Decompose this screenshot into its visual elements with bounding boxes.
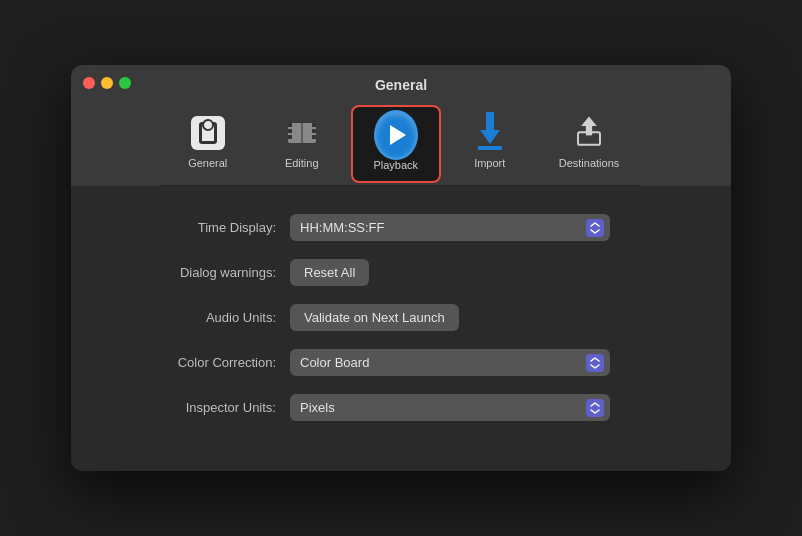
audio-units-control: Validate on Next Launch bbox=[290, 304, 691, 331]
content-area: Time Display: HH:MM:SS:FF Dialog w bbox=[71, 186, 731, 471]
maximize-button[interactable] bbox=[119, 77, 131, 89]
time-display-row: Time Display: HH:MM:SS:FF bbox=[111, 214, 691, 241]
svg-rect-3 bbox=[288, 135, 292, 139]
minimize-button[interactable] bbox=[101, 77, 113, 89]
inspector-units-select-wrapper: Pixels bbox=[290, 394, 610, 421]
color-correction-select-wrapper: Color Board bbox=[290, 349, 610, 376]
toolbar-label-playback: Playback bbox=[373, 159, 418, 171]
editing-icon bbox=[282, 113, 322, 153]
audio-units-row: Audio Units: Validate on Next Launch bbox=[111, 304, 691, 331]
svg-rect-5 bbox=[312, 129, 316, 133]
color-correction-select[interactable]: Color Board bbox=[290, 349, 610, 376]
dialog-warnings-label: Dialog warnings: bbox=[111, 265, 276, 280]
toolbar: General Editi bbox=[161, 103, 642, 186]
title-bar: General General bbox=[71, 65, 731, 186]
svg-marker-13 bbox=[581, 117, 597, 126]
toolbar-label-import: Import bbox=[474, 157, 505, 169]
color-correction-label: Color Correction: bbox=[111, 355, 276, 370]
main-window: General General bbox=[71, 65, 731, 471]
playback-icon bbox=[376, 115, 416, 155]
dialog-warnings-row: Dialog warnings: Reset All bbox=[111, 259, 691, 286]
svg-rect-1 bbox=[288, 123, 292, 127]
window-title: General bbox=[375, 77, 427, 93]
reset-all-button[interactable]: Reset All bbox=[290, 259, 369, 286]
toolbar-label-editing: Editing bbox=[285, 157, 319, 169]
svg-rect-10 bbox=[478, 146, 502, 150]
traffic-lights bbox=[83, 77, 131, 89]
toolbar-item-import[interactable]: Import bbox=[445, 105, 535, 183]
general-icon bbox=[188, 113, 228, 153]
inspector-units-row: Inspector Units: Pixels bbox=[111, 394, 691, 421]
svg-rect-8 bbox=[486, 112, 494, 130]
destinations-icon bbox=[569, 113, 609, 153]
time-display-control: HH:MM:SS:FF bbox=[290, 214, 691, 241]
toolbar-item-destinations[interactable]: Destinations bbox=[539, 105, 640, 183]
toolbar-label-destinations: Destinations bbox=[559, 157, 620, 169]
play-triangle bbox=[390, 125, 406, 145]
svg-marker-9 bbox=[480, 130, 500, 144]
color-correction-control: Color Board bbox=[290, 349, 691, 376]
validate-button[interactable]: Validate on Next Launch bbox=[290, 304, 459, 331]
inspector-units-select[interactable]: Pixels bbox=[290, 394, 610, 421]
color-correction-row: Color Correction: Color Board bbox=[111, 349, 691, 376]
time-display-label: Time Display: bbox=[111, 220, 276, 235]
time-display-select[interactable]: HH:MM:SS:FF bbox=[290, 214, 610, 241]
svg-rect-6 bbox=[312, 135, 316, 139]
inspector-units-label: Inspector Units: bbox=[111, 400, 276, 415]
audio-units-label: Audio Units: bbox=[111, 310, 276, 325]
import-icon bbox=[470, 113, 510, 153]
svg-rect-4 bbox=[312, 123, 316, 127]
inspector-units-control: Pixels bbox=[290, 394, 691, 421]
toolbar-item-editing[interactable]: Editing bbox=[257, 105, 347, 183]
toolbar-item-general[interactable]: General bbox=[163, 105, 253, 183]
svg-rect-2 bbox=[288, 129, 292, 133]
close-button[interactable] bbox=[83, 77, 95, 89]
dialog-warnings-control: Reset All bbox=[290, 259, 691, 286]
toolbar-label-general: General bbox=[188, 157, 227, 169]
time-display-select-wrapper: HH:MM:SS:FF bbox=[290, 214, 610, 241]
toolbar-item-playback[interactable]: Playback bbox=[351, 105, 441, 183]
